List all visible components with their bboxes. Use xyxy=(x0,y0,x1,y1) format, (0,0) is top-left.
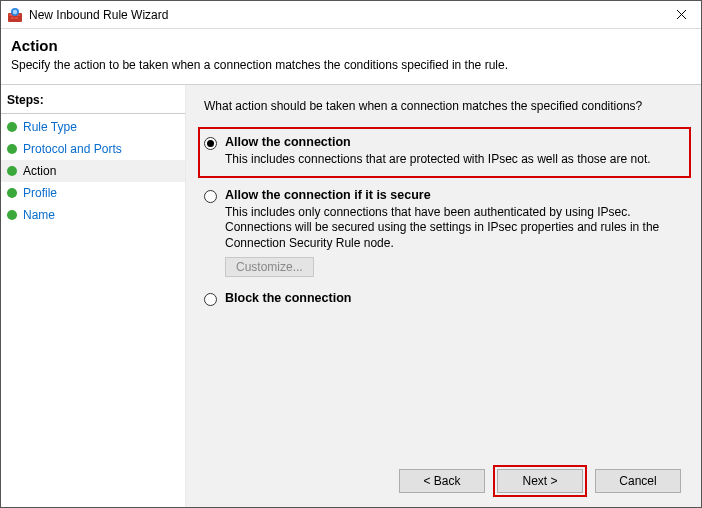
step-label: Name xyxy=(23,208,55,222)
step-label: Rule Type xyxy=(23,120,77,134)
bullet-icon xyxy=(7,122,17,132)
bullet-icon xyxy=(7,188,17,198)
steps-heading: Steps: xyxy=(1,91,185,114)
close-button[interactable] xyxy=(663,3,699,27)
option-allow-secure-title: Allow the connection if it is secure xyxy=(225,188,683,202)
customize-button: Customize... xyxy=(225,257,314,277)
step-name[interactable]: Name xyxy=(1,204,185,226)
option-allow-desc: This includes connections that are prote… xyxy=(225,152,681,168)
radio-block[interactable] xyxy=(204,293,217,306)
svg-rect-5 xyxy=(15,17,18,19)
titlebar: New Inbound Rule Wizard xyxy=(1,1,701,29)
step-label: Protocol and Ports xyxy=(23,142,122,156)
main-panel: What action should be taken when a conne… xyxy=(186,85,701,507)
next-button-highlight: Next > xyxy=(493,465,587,497)
radio-allow[interactable] xyxy=(204,137,217,150)
option-allow-title: Allow the connection xyxy=(225,135,681,149)
option-allow-secure: Allow the connection if it is secure Thi… xyxy=(204,188,683,278)
svg-rect-4 xyxy=(11,17,14,19)
svg-rect-1 xyxy=(9,14,12,16)
action-prompt: What action should be taken when a conne… xyxy=(204,99,683,113)
firewall-icon xyxy=(7,7,23,23)
step-rule-type[interactable]: Rule Type xyxy=(1,116,185,138)
steps-sidebar: Steps: Rule Type Protocol and Ports Acti… xyxy=(1,85,186,507)
bullet-icon xyxy=(7,166,17,176)
option-allow-highlight: Allow the connection This includes conne… xyxy=(198,127,691,178)
page-subtitle: Specify the action to be taken when a co… xyxy=(11,58,691,72)
option-block: Block the connection xyxy=(204,291,683,306)
back-button[interactable]: < Back xyxy=(399,469,485,493)
next-button[interactable]: Next > xyxy=(497,469,583,493)
bullet-icon xyxy=(7,144,17,154)
page-title: Action xyxy=(11,37,691,54)
step-protocol-and-ports[interactable]: Protocol and Ports xyxy=(1,138,185,160)
cancel-button[interactable]: Cancel xyxy=(595,469,681,493)
svg-point-7 xyxy=(13,9,17,13)
wizard-header: Action Specify the action to be taken wh… xyxy=(1,29,701,85)
window-title: New Inbound Rule Wizard xyxy=(29,8,168,22)
step-label: Action xyxy=(23,164,56,178)
radio-allow-secure[interactable] xyxy=(204,190,217,203)
option-block-title: Block the connection xyxy=(225,291,683,305)
step-action[interactable]: Action xyxy=(1,160,185,182)
step-profile[interactable]: Profile xyxy=(1,182,185,204)
option-allow-secure-desc: This includes only connections that have… xyxy=(225,205,683,252)
bullet-icon xyxy=(7,210,17,220)
wizard-footer: < Back Next > Cancel xyxy=(204,455,683,497)
step-label: Profile xyxy=(23,186,57,200)
